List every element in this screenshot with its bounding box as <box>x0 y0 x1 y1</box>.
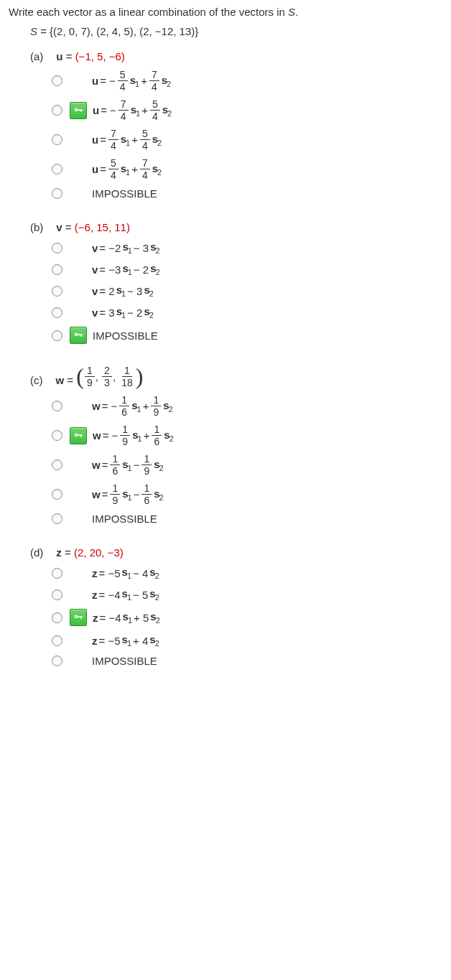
part-label-c: (c) <box>30 374 43 386</box>
option-row: v = 2s1 − 3s2 <box>52 284 442 298</box>
radio-option[interactable] <box>52 430 62 441</box>
option-expression: w = 16s1 − 19s2 <box>92 454 164 476</box>
radio-option[interactable] <box>52 459 62 470</box>
vector-definition-b: v = (−6, 15, 11) <box>56 221 130 233</box>
option-row: u = − 54s1 + 74s2 <box>52 70 442 92</box>
option-row: w = 19s1 − 16s2 <box>52 483 442 505</box>
option-expression: v = −3s1 − 2s2 <box>92 262 160 276</box>
part-a: (a) u = (−1, 5, −6) u = − 54s1 + 74s2u =… <box>30 50 442 200</box>
answer-key-icon <box>70 609 87 626</box>
question-prompt: Write each vector as a linear combinatio… <box>9 6 442 18</box>
answer-key-icon <box>70 102 87 119</box>
radio-option[interactable] <box>52 568 62 579</box>
radio-option[interactable] <box>52 134 62 145</box>
radio-option[interactable] <box>52 655 62 666</box>
radio-option[interactable] <box>52 188 62 199</box>
option-expression: z = −5s1 + 4s2 <box>92 633 159 648</box>
option-expression: z = −4s1 − 5s2 <box>92 587 159 602</box>
option-row: IMPOSSIBLE <box>52 187 442 200</box>
part-b: (b) v = (−6, 15, 11) v = −2s1 − 3s2v = −… <box>30 221 442 344</box>
radio-option[interactable] <box>52 401 62 411</box>
option-row: u = 54s1 + 74s2 <box>52 158 442 180</box>
vector-definition-a: u = (−1, 5, −6) <box>56 50 125 62</box>
radio-option[interactable] <box>52 513 62 524</box>
option-expression: IMPOSSIBLE <box>92 655 157 667</box>
part-label-d: (d) <box>30 546 43 559</box>
part-label-a: (a) <box>30 50 43 62</box>
option-expression: z = −4s1 + 5s2 <box>93 610 160 625</box>
option-row: v = −2s1 − 3s2 <box>52 241 442 255</box>
part-d: (d) z = (2, 20, −3) z = −5s1 − 4s2z = −4… <box>30 546 442 667</box>
option-row: z = −5s1 − 4s2 <box>52 566 442 580</box>
option-expression: w = − 16s1 + 19s2 <box>92 395 173 417</box>
radio-option[interactable] <box>52 612 62 623</box>
option-row: w = − 19s1 + 16s2 <box>52 424 442 447</box>
radio-option[interactable] <box>52 164 62 174</box>
option-expression: v = 3s1 − 2s2 <box>92 305 154 319</box>
radio-option[interactable] <box>52 489 62 500</box>
radio-option[interactable] <box>52 307 62 318</box>
radio-option[interactable] <box>52 75 62 86</box>
option-row: z = −4s1 + 5s2 <box>52 609 442 626</box>
radio-option[interactable] <box>52 264 62 275</box>
option-row: z = −4s1 − 5s2 <box>52 587 442 602</box>
option-expression: u = 74s1 + 54s2 <box>92 129 162 151</box>
option-row: z = −5s1 + 4s2 <box>52 633 442 648</box>
option-expression: u = − 54s1 + 74s2 <box>92 70 171 92</box>
option-expression: v = 2s1 − 3s2 <box>92 284 154 298</box>
answer-key-icon <box>70 427 87 444</box>
set-definition: S = {(2, 0, 7), (2, 4, 5), (2, −12, 13)} <box>30 25 442 37</box>
answer-key-icon <box>70 327 87 344</box>
part-label-b: (b) <box>30 221 43 233</box>
option-expression: z = −5s1 − 4s2 <box>92 566 159 580</box>
option-row: u = 74s1 + 54s2 <box>52 129 442 151</box>
option-expression: v = −2s1 − 3s2 <box>92 241 160 255</box>
vector-definition-d: z = (2, 20, −3) <box>56 546 123 559</box>
option-row: u = − 74s1 + 54s2 <box>52 99 442 121</box>
option-row: v = −3s1 − 2s2 <box>52 262 442 276</box>
option-row: v = 3s1 − 2s2 <box>52 305 442 319</box>
option-row: IMPOSSIBLE <box>52 513 442 525</box>
option-row: w = 16s1 − 19s2 <box>52 454 442 476</box>
option-row: IMPOSSIBLE <box>52 655 442 667</box>
option-expression: w = − 19s1 + 16s2 <box>93 424 174 447</box>
option-row: w = − 16s1 + 19s2 <box>52 395 442 417</box>
radio-option[interactable] <box>52 105 62 116</box>
part-c: (c) w = ( 19, 23, 118 ) w = − 16s1 + 19s… <box>30 365 442 525</box>
option-expression: u = 54s1 + 74s2 <box>92 158 162 180</box>
option-expression: IMPOSSIBLE <box>92 187 157 200</box>
option-expression: w = 19s1 − 16s2 <box>92 483 164 505</box>
radio-option[interactable] <box>52 330 62 341</box>
option-expression: u = − 74s1 + 54s2 <box>93 99 172 121</box>
vector-definition-c: w = ( 19, 23, 118 ) <box>56 365 144 388</box>
option-expression: IMPOSSIBLE <box>93 330 158 342</box>
radio-option[interactable] <box>52 243 62 253</box>
radio-option[interactable] <box>52 589 62 600</box>
option-expression: IMPOSSIBLE <box>92 513 157 525</box>
option-row: IMPOSSIBLE <box>52 327 442 344</box>
radio-option[interactable] <box>52 286 62 297</box>
radio-option[interactable] <box>52 635 62 646</box>
